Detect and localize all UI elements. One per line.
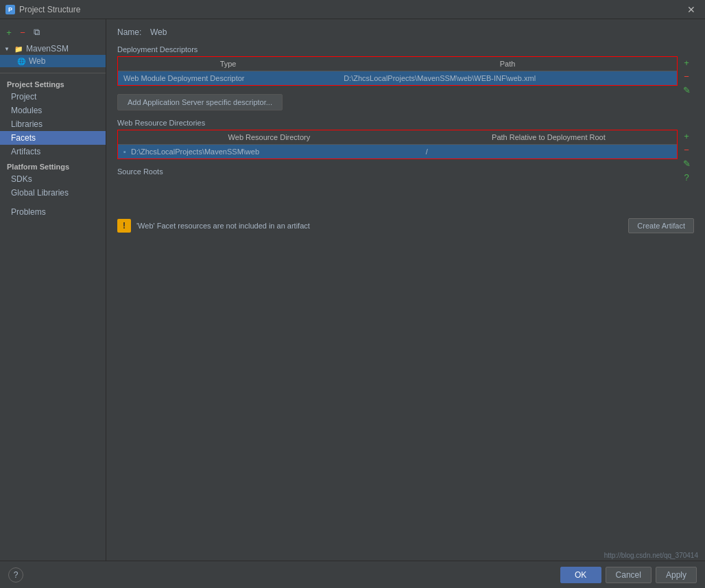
wr-add-button[interactable]: + [680, 130, 693, 142]
sidebar-item-project[interactable]: Project [0, 90, 106, 104]
warning-text: 'Web' Facet resources are not included i… [136, 222, 623, 230]
sidebar-item-global-libraries[interactable]: Global Libraries [0, 186, 106, 200]
watermark: http://blog.csdn.net/qq_370414 [604, 552, 698, 559]
main-container: + − ⧉ ▼ 📁 MavenSSM 🌐 Web Project Setting… [0, 19, 705, 561]
table-row[interactable]: Web Module Deployment Descriptor D:\Zhcs… [118, 71, 677, 86]
folder-icon-mavenssm: 📁 [14, 44, 23, 54]
add-facet-button[interactable]: + [3, 26, 15, 38]
sidebar-item-sdks[interactable]: SDKs [0, 172, 106, 186]
sidebar-item-problems[interactable]: Problems [0, 205, 106, 219]
dd-col-path: Path [338, 57, 677, 71]
source-roots-title: Source Roots [117, 167, 694, 176]
deployment-descriptors-section: Deployment Descriptors Type Path Web Mod… [117, 45, 694, 86]
source-roots-section: Source Roots [117, 167, 694, 206]
web-icon: 🌐 [16, 56, 26, 66]
sidebar-item-facets[interactable]: Facets [0, 131, 106, 145]
wr-col-path: Path Relative to Deployment Root [420, 130, 677, 145]
add-descriptor-button[interactable]: Add Application Server specific descript… [117, 94, 283, 110]
create-artifact-button[interactable]: Create Artifact [628, 218, 694, 233]
dd-add-button[interactable]: + [680, 56, 693, 69]
dd-col-type: Type [118, 57, 338, 71]
deployment-descriptors-wrapper: Type Path Web Module Deployment Descript… [117, 56, 678, 86]
source-roots-area [117, 178, 694, 206]
web-resource-section: Web Resource Directories Web Resource Di… [117, 119, 694, 159]
wr-row-dir: ▪ D:\ZhcsLocalProjects\MavenSSM\web [118, 145, 420, 159]
web-resource-wrapper: Web Resource Directory Path Relative to … [117, 130, 678, 159]
add-descriptor-row: Add Application Server specific descript… [117, 94, 694, 110]
tree-node-mavenssm[interactable]: ▼ 📁 MavenSSM [0, 43, 106, 55]
bottom-bar: ? OK Cancel Apply [0, 561, 705, 588]
wr-row-path: / [420, 145, 677, 159]
sidebar-item-modules[interactable]: Modules [0, 104, 106, 117]
deployment-descriptors-actions: + − ✎ [680, 56, 693, 96]
sidebar-item-artifacts[interactable]: Artifacts [0, 145, 106, 158]
ok-button[interactable]: OK [560, 567, 601, 583]
web-resource-table: Web Resource Directory Path Relative to … [118, 130, 677, 158]
dd-row-path: D:\ZhcsLocalProjects\MavenSSM\web\WEB-IN… [338, 71, 677, 86]
name-value: Web [150, 27, 167, 37]
name-label: Name: [117, 27, 145, 37]
sidebar-item-libraries[interactable]: Libraries [0, 117, 106, 131]
cancel-button[interactable]: Cancel [606, 567, 652, 583]
platform-settings-label: Platform Settings [0, 158, 106, 172]
folder-small-icon: ▪ [123, 148, 126, 156]
table-row[interactable]: ▪ D:\ZhcsLocalProjects\MavenSSM\web / [118, 145, 677, 159]
sidebar-toolbar: + − ⧉ [0, 25, 106, 40]
deployment-descriptors-title: Deployment Descriptors [117, 45, 694, 54]
dd-edit-button[interactable]: ✎ [680, 84, 693, 96]
tree-node-web[interactable]: 🌐 Web [0, 55, 106, 67]
wr-help-button[interactable]: ? [680, 171, 693, 183]
warning-icon: ! [117, 219, 131, 233]
remove-facet-button[interactable]: − [16, 26, 29, 38]
deployment-descriptors-table: Type Path Web Module Deployment Descript… [118, 57, 677, 85]
deployment-descriptors-table-container: Type Path Web Module Deployment Descript… [117, 56, 678, 86]
name-row: Name: Web [117, 27, 694, 37]
dialog-title: Project Structure [19, 5, 80, 14]
web-resource-actions: + − ✎ ? [680, 130, 693, 183]
global-help-button[interactable]: ? [8, 567, 23, 583]
tree-label-mavenssm: MavenSSM [26, 44, 69, 54]
dd-remove-button[interactable]: − [680, 70, 693, 82]
sidebar: + − ⧉ ▼ 📁 MavenSSM 🌐 Web Project Setting… [0, 19, 106, 561]
web-resource-table-container: Web Resource Directory Path Relative to … [117, 130, 678, 159]
tree-arrow-mavenssm: ▼ [4, 46, 11, 52]
wr-col-dir: Web Resource Directory [118, 130, 420, 145]
apply-button[interactable]: Apply [656, 567, 697, 583]
warning-bar: ! 'Web' Facet resources are not included… [117, 214, 694, 237]
tree-label-web: Web [29, 56, 45, 66]
title-bar: P Project Structure ✕ [0, 0, 705, 19]
web-resource-title: Web Resource Directories [117, 119, 694, 127]
wr-edit-button[interactable]: ✎ [680, 157, 693, 169]
content-area: Name: Web Deployment Descriptors Type Pa… [106, 19, 705, 561]
dd-row-type: Web Module Deployment Descriptor [118, 71, 338, 86]
bottom-left: ? [8, 567, 23, 583]
project-settings-label: Project Settings [0, 76, 106, 90]
app-icon: P [5, 5, 15, 14]
wr-remove-button[interactable]: − [680, 143, 693, 156]
bottom-right: OK Cancel Apply [560, 567, 697, 583]
title-bar-left: P Project Structure [5, 5, 80, 14]
facets-tree: ▼ 📁 MavenSSM 🌐 Web [0, 40, 106, 70]
close-button[interactable]: ✕ [683, 3, 700, 16]
copy-facet-button[interactable]: ⧉ [30, 26, 43, 38]
